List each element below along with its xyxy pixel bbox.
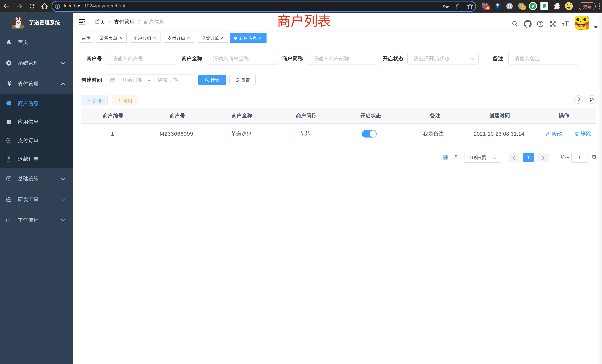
- svg-text:¥: ¥: [8, 139, 10, 142]
